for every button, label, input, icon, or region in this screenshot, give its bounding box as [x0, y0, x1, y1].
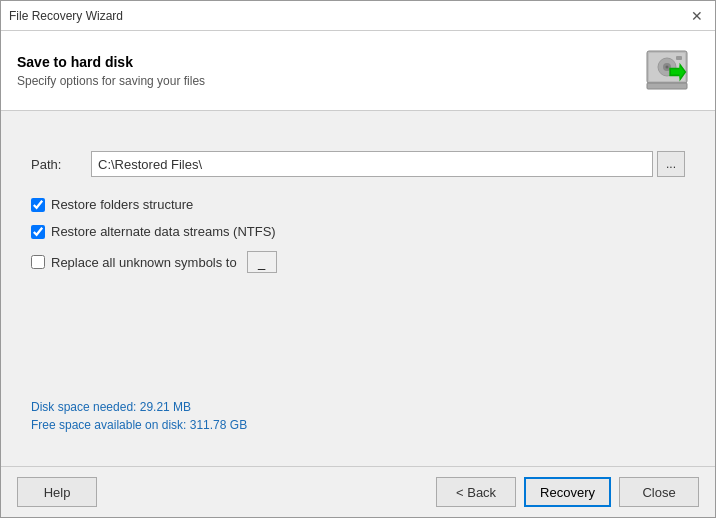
disk-info: Disk space needed: 29.21 MB Free space a…: [31, 400, 685, 436]
help-button[interactable]: Help: [17, 477, 97, 507]
header-subtitle: Specify options for saving your files: [17, 74, 205, 88]
disk-icon: [642, 46, 697, 96]
window-title: File Recovery Wizard: [9, 9, 123, 23]
content-area: Path: ... Restore folders structure Rest…: [1, 111, 715, 466]
browse-button[interactable]: ...: [657, 151, 685, 177]
recovery-button[interactable]: Recovery: [524, 477, 611, 507]
svg-rect-5: [676, 56, 682, 60]
restore-streams-checkbox[interactable]: [31, 225, 45, 239]
restore-folders-checkbox[interactable]: [31, 198, 45, 212]
header-section: Save to hard disk Specify options for sa…: [1, 31, 715, 111]
restore-folders-label[interactable]: Restore folders structure: [51, 197, 193, 212]
disk-space-needed: Disk space needed: 29.21 MB: [31, 400, 685, 414]
restore-streams-label[interactable]: Restore alternate data streams (NTFS): [51, 224, 276, 239]
path-row: Path: ...: [31, 151, 685, 177]
footer-right: < Back Recovery Close: [436, 477, 699, 507]
window-close-button[interactable]: ✕: [687, 6, 707, 26]
path-input[interactable]: [91, 151, 653, 177]
close-button[interactable]: Close: [619, 477, 699, 507]
header-icon: [639, 43, 699, 98]
options-section: Restore folders structure Restore altern…: [31, 197, 685, 273]
option-row-1: Restore folders structure: [31, 197, 685, 212]
header-title: Save to hard disk: [17, 54, 205, 70]
option-row-2: Restore alternate data streams (NTFS): [31, 224, 685, 239]
svg-rect-6: [647, 83, 687, 89]
main-window: File Recovery Wizard ✕ Save to hard disk…: [0, 0, 716, 518]
option-row-3: Replace all unknown symbols to: [31, 251, 685, 273]
footer: Help < Back Recovery Close: [1, 466, 715, 517]
title-bar: File Recovery Wizard ✕: [1, 1, 715, 31]
svg-point-4: [665, 65, 668, 68]
header-text: Save to hard disk Specify options for sa…: [17, 54, 205, 88]
replace-symbols-checkbox[interactable]: [31, 255, 45, 269]
footer-left: Help: [17, 477, 97, 507]
replace-symbols-label[interactable]: Replace all unknown symbols to: [51, 255, 237, 270]
back-button[interactable]: < Back: [436, 477, 516, 507]
path-label: Path:: [31, 157, 91, 172]
symbol-input[interactable]: [247, 251, 277, 273]
free-space-available: Free space available on disk: 311.78 GB: [31, 418, 685, 432]
